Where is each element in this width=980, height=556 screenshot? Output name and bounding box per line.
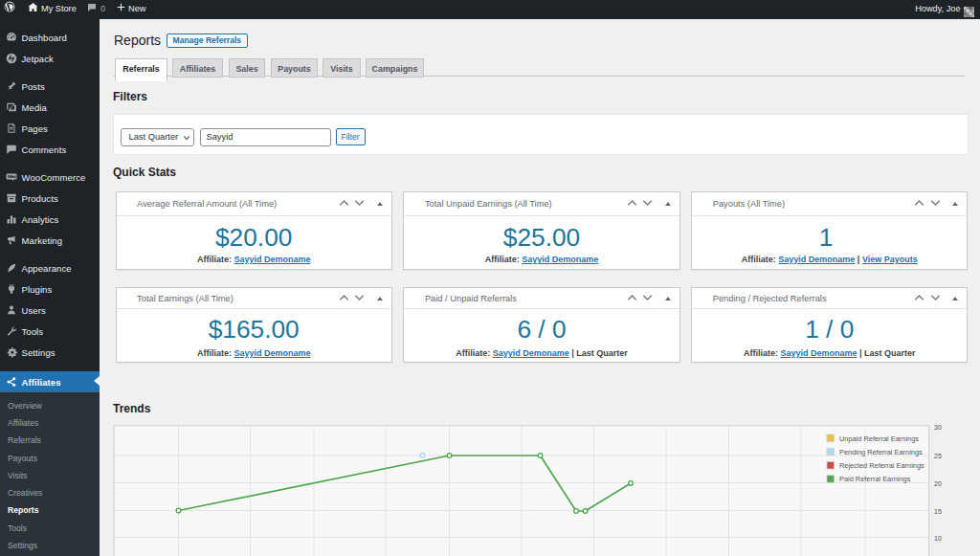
svg-text:Paid Referral Earnings: Paid Referral Earnings (839, 475, 911, 483)
svg-text:20: 20 (934, 479, 942, 488)
svg-text:15: 15 (934, 507, 942, 516)
svg-text:Unpaid Referral Earnings: Unpaid Referral Earnings (839, 434, 919, 443)
svg-text:10: 10 (934, 534, 942, 543)
svg-text:30: 30 (934, 423, 942, 432)
svg-text:Pending Referral Earnings: Pending Referral Earnings (839, 448, 923, 456)
svg-text:25: 25 (934, 452, 942, 460)
svg-text:Rejected Referral Earnings: Rejected Referral Earnings (839, 461, 924, 470)
